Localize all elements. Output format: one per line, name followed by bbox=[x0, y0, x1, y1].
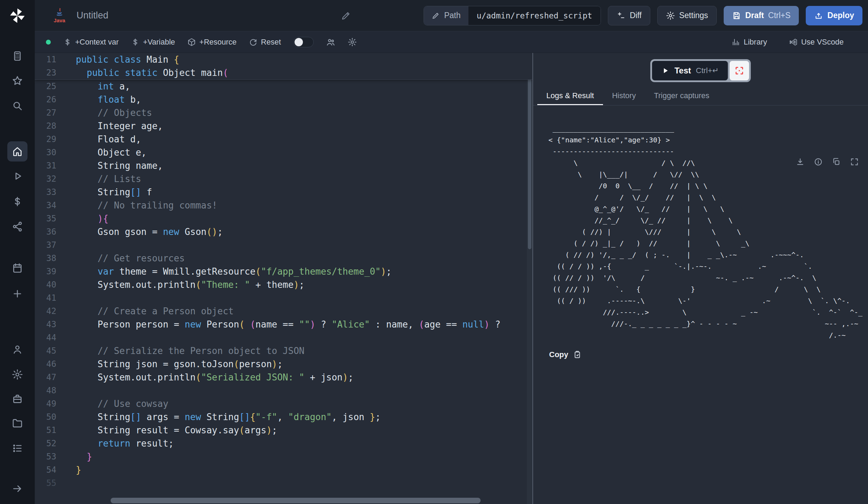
deploy-button[interactable]: Deploy bbox=[806, 6, 862, 25]
editor-vertical-scrollbar-track bbox=[527, 53, 532, 504]
script-title-field[interactable]: Untitled bbox=[77, 10, 351, 21]
windmill-logo-icon bbox=[9, 7, 26, 24]
copy-button[interactable]: Copy bbox=[549, 350, 868, 359]
user-icon bbox=[12, 344, 23, 355]
sidebar-item-add[interactable] bbox=[12, 288, 23, 299]
path-label: Path bbox=[444, 11, 460, 20]
editor-horizontal-scrollbar[interactable] bbox=[111, 498, 481, 503]
test-control-group: Test Ctrl+↵ bbox=[650, 59, 750, 82]
sidebar-item-settings[interactable] bbox=[12, 369, 23, 380]
apps-icon bbox=[12, 443, 23, 454]
plus-icon bbox=[12, 288, 23, 299]
toggle-knob bbox=[295, 38, 303, 46]
vscode-icon bbox=[789, 38, 798, 47]
capture-icon bbox=[734, 66, 744, 76]
sidebar-item-calculator[interactable] bbox=[12, 50, 23, 62]
sidebar-item-variables[interactable] bbox=[12, 196, 23, 207]
add-context-var-button[interactable]: +Context var bbox=[63, 38, 119, 47]
tab-logs-result[interactable]: Logs & Result bbox=[537, 87, 603, 105]
info-icon[interactable] bbox=[814, 157, 823, 166]
path-value[interactable]: u/admin/refreshed_script bbox=[468, 6, 601, 25]
gear-icon bbox=[666, 11, 675, 20]
editor-vertical-scrollbar[interactable] bbox=[528, 54, 531, 249]
add-variable-button[interactable]: +Variable bbox=[131, 38, 175, 47]
page-title: Untitled bbox=[77, 10, 108, 21]
gear-icon bbox=[348, 38, 357, 47]
top-header: Java Untitled Path u/admin/refreshed_scr… bbox=[35, 0, 868, 31]
play-icon bbox=[661, 66, 669, 75]
sidebar-collapse-button[interactable] bbox=[12, 483, 23, 494]
tab-history[interactable]: History bbox=[603, 87, 645, 105]
star-icon bbox=[12, 75, 23, 86]
search-icon bbox=[12, 100, 23, 111]
diff-button[interactable]: Diff bbox=[608, 6, 650, 25]
editor-toolbar: +Context var +Variable +Resource Reset bbox=[35, 31, 868, 53]
gear-icon bbox=[12, 369, 23, 380]
sidebar-item-home[interactable] bbox=[7, 141, 27, 162]
ascii-art: _____________________________ < {"name":… bbox=[548, 123, 868, 341]
settings-button[interactable]: Settings bbox=[657, 6, 717, 25]
calendar-icon bbox=[12, 262, 23, 274]
path-pencil-icon bbox=[432, 11, 440, 20]
draft-shortcut: Ctrl+S bbox=[768, 11, 791, 20]
bars-icon bbox=[732, 38, 740, 46]
sidebar-item-schedules[interactable] bbox=[12, 262, 23, 274]
test-button[interactable]: Test Ctrl+↵ bbox=[652, 61, 728, 80]
edit-pencil-icon bbox=[341, 10, 351, 21]
status-dot bbox=[46, 40, 51, 45]
dollar-icon bbox=[63, 38, 72, 46]
reset-button[interactable]: Reset bbox=[249, 38, 281, 47]
sidebar-item-workers[interactable] bbox=[12, 393, 23, 404]
sidebar-item-users[interactable] bbox=[12, 344, 23, 355]
code-editor[interactable]: 11public class Main {23 public static Ob… bbox=[35, 53, 532, 504]
users-icon bbox=[326, 38, 335, 47]
test-shortcut: Ctrl+↵ bbox=[696, 66, 719, 75]
tab-trigger-captures[interactable]: Trigger captures bbox=[645, 87, 718, 105]
arrow-right-icon bbox=[12, 483, 23, 494]
result-actions bbox=[796, 157, 859, 166]
folder-icon bbox=[12, 418, 23, 429]
left-sidebar bbox=[0, 0, 35, 504]
calculator-icon bbox=[12, 50, 23, 62]
download-icon[interactable] bbox=[796, 157, 805, 166]
multiplayer-button[interactable] bbox=[326, 38, 335, 47]
deploy-icon bbox=[814, 11, 823, 20]
package-icon bbox=[187, 38, 196, 46]
path-edit-button[interactable]: Path bbox=[424, 6, 468, 25]
result-tabs: Logs & Result History Trigger captures bbox=[533, 87, 868, 105]
toggle-switch[interactable] bbox=[294, 37, 314, 47]
windmill-logo[interactable] bbox=[9, 7, 26, 24]
dollar-icon bbox=[12, 196, 23, 207]
hub-icon bbox=[12, 221, 23, 232]
sidebar-item-apps[interactable] bbox=[12, 443, 23, 454]
play-icon bbox=[12, 171, 23, 182]
use-vscode-button[interactable]: Use VScode bbox=[789, 38, 844, 47]
path-control: Path u/admin/refreshed_script bbox=[424, 6, 601, 25]
draft-button[interactable]: Draft Ctrl+S bbox=[724, 6, 799, 25]
copy-result-icon[interactable] bbox=[832, 157, 841, 166]
editor-settings-button[interactable] bbox=[348, 38, 357, 47]
sidebar-item-resources[interactable] bbox=[12, 221, 23, 232]
clipboard-icon bbox=[572, 350, 581, 359]
dollar-icon bbox=[131, 38, 139, 46]
save-icon bbox=[732, 11, 741, 20]
diff-icon bbox=[617, 11, 626, 20]
capture-button[interactable] bbox=[730, 61, 749, 80]
java-logo-icon: Java bbox=[51, 8, 67, 23]
sticky-scroll-lines[interactable]: 11public class Main {23 public static Ob… bbox=[35, 53, 532, 80]
code-lines[interactable]: 25 int a,26 float b,27 // Objects28 Inte… bbox=[35, 80, 532, 490]
sidebar-item-folders[interactable] bbox=[12, 418, 23, 429]
refresh-icon bbox=[249, 38, 257, 46]
app-window: Java Untitled Path u/admin/refreshed_scr… bbox=[0, 0, 868, 504]
expand-icon[interactable] bbox=[850, 157, 859, 166]
sidebar-item-runs[interactable] bbox=[12, 171, 23, 182]
sidebar-item-favorites[interactable] bbox=[12, 75, 23, 86]
library-button[interactable]: Library bbox=[732, 38, 767, 47]
add-resource-button[interactable]: +Resource bbox=[187, 38, 236, 47]
toolbox-icon bbox=[12, 393, 23, 404]
result-panel: Test Ctrl+↵ Logs & Result History Trigge… bbox=[532, 53, 868, 504]
sidebar-item-search[interactable] bbox=[12, 100, 23, 111]
edit-title-button[interactable] bbox=[341, 10, 351, 21]
home-icon bbox=[12, 146, 23, 157]
